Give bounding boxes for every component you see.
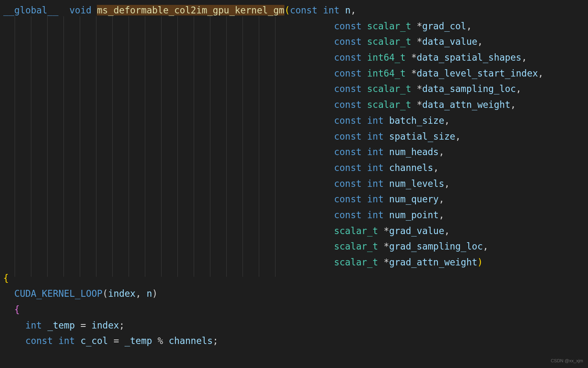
var-c-col: c_col [81, 335, 108, 346]
macro-loop: CUDA_KERNEL_LOOP [14, 288, 103, 299]
type-int: int [25, 320, 42, 331]
type: scalar_t [334, 241, 378, 252]
param-name: num_query [389, 194, 439, 204]
type: int [367, 147, 384, 157]
keyword-const: const [334, 162, 362, 173]
var-temp-rhs: _temp [125, 335, 152, 346]
type-int: int [58, 335, 75, 346]
keyword-const: const [334, 115, 362, 126]
param-name: channels [389, 162, 433, 173]
var-channels: channels [168, 335, 212, 346]
var-index: index [92, 320, 119, 331]
type: scalar_t [367, 21, 411, 31]
param-name: batch_size [389, 115, 444, 126]
keyword-const: const [334, 147, 362, 157]
type: int [367, 162, 384, 173]
line-1: __global__ void ms_deformable_col2im_gpu… [3, 5, 356, 15]
type: scalar_t [367, 36, 411, 47]
keyword-const: const [334, 83, 362, 94]
arg-n: n [146, 288, 152, 299]
param-name: data_spatial_shapes [417, 52, 521, 63]
function-name-highlighted: ms_deformable_col2im_gpu_kernel_gm [97, 5, 284, 15]
param-name: spatial_size [389, 131, 455, 142]
keyword-const: const [334, 52, 362, 63]
keyword-const: const [334, 178, 362, 189]
type: scalar_t [367, 99, 411, 110]
type: int [367, 131, 384, 142]
keyword-const: const [25, 335, 53, 346]
paren-close: ) [152, 288, 158, 299]
var-temp: _temp [47, 320, 75, 331]
paren-close: ) [477, 257, 483, 267]
param-n: n [345, 5, 351, 15]
inner-brace-open: { [14, 304, 20, 315]
type: scalar_t [334, 257, 378, 267]
param-name: data_level_start_index [417, 68, 538, 79]
type: int [367, 178, 384, 189]
param-name: grad_col [422, 21, 466, 31]
param-name: num_point [389, 210, 439, 220]
brace-open: { [3, 273, 9, 283]
param-name: grad_value [389, 226, 444, 236]
code-editor[interactable]: __global__ void ms_deformable_col2im_gpu… [3, 2, 588, 349]
arg-index: index [108, 288, 136, 299]
param-name: data_value [422, 36, 477, 47]
type-int: int [323, 5, 340, 15]
type: int64_t [367, 68, 406, 79]
paren-open: ( [103, 288, 108, 299]
watermark: CSDN @xx_xjm [551, 357, 583, 365]
keyword-const: const [334, 68, 362, 79]
keyword-const: const [334, 21, 362, 31]
keyword-const: const [290, 5, 317, 15]
keyword-const: const [334, 99, 362, 110]
keyword-global: __global__ [3, 5, 58, 15]
param-name: num_heads [389, 147, 439, 157]
type: scalar_t [334, 226, 378, 236]
param-name: grad_sampling_loc [389, 241, 483, 252]
paren-open: ( [284, 5, 290, 15]
keyword-const: const [334, 131, 362, 142]
param-name: data_attn_weight [422, 99, 511, 110]
keyword-const: const [334, 210, 362, 220]
type: scalar_t [367, 83, 411, 94]
param-name: grad_attn_weight [389, 257, 477, 267]
type: int [367, 115, 384, 126]
param-name: data_sampling_loc [422, 83, 516, 94]
type: int64_t [367, 52, 406, 63]
param-name: num_levels [389, 178, 444, 189]
type: int [367, 210, 384, 220]
keyword-void: void [70, 5, 92, 15]
keyword-const: const [334, 36, 362, 47]
keyword-const: const [334, 194, 362, 204]
type: int [367, 194, 384, 204]
